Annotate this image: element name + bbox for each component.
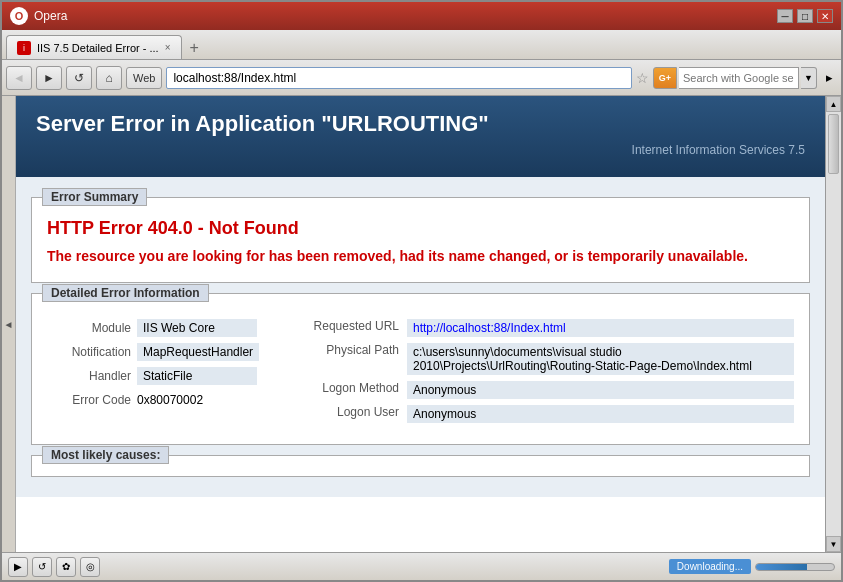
iis-header-title: Server Error in Application "URLROUTING" bbox=[36, 111, 805, 137]
play-button[interactable]: ▶ bbox=[8, 557, 28, 577]
error-title: HTTP Error 404.0 - Not Found bbox=[47, 218, 794, 239]
forward-button[interactable]: ► bbox=[36, 66, 62, 90]
scrollbar-up-button[interactable]: ▲ bbox=[826, 96, 841, 112]
minimize-button[interactable]: ─ bbox=[777, 9, 793, 23]
progress-bar bbox=[755, 563, 835, 571]
tab-icon: i bbox=[17, 41, 31, 55]
logon-user-value: Anonymous bbox=[407, 405, 794, 423]
bottom-bar: ▶ ↺ ✿ ◎ Downloading... bbox=[2, 552, 841, 580]
iis-header: Server Error in Application "URLROUTING"… bbox=[16, 96, 825, 177]
error-summary-box: Error Summary HTTP Error 404.0 - Not Fou… bbox=[31, 197, 810, 283]
back-button[interactable]: ◄ bbox=[6, 66, 32, 90]
causes-label: Most likely causes: bbox=[42, 446, 169, 464]
search-submit-button[interactable]: ▼ bbox=[801, 67, 817, 89]
logon-method-value: Anonymous bbox=[407, 381, 794, 399]
errorcode-value: 0x80070002 bbox=[137, 391, 203, 409]
logon-user-label: Logon User bbox=[307, 405, 407, 419]
detail-right-column: Requested URL http://localhost:88/Index.… bbox=[307, 319, 794, 429]
refresh-button[interactable]: ↺ bbox=[32, 557, 52, 577]
handler-row: Handler StaticFile bbox=[47, 367, 287, 385]
physical-path-value: c:\users\sunny\documents\visual studio 2… bbox=[407, 343, 794, 375]
browser-window: O Opera ─ □ ✕ i IIS 7.5 Detailed Error -… bbox=[0, 0, 843, 582]
logon-method-row: Logon Method Anonymous bbox=[307, 381, 794, 399]
handler-label: Handler bbox=[47, 369, 137, 383]
logon-method-label: Logon Method bbox=[307, 381, 407, 395]
scrollbar-down-button[interactable]: ▼ bbox=[826, 536, 841, 552]
module-label: Module bbox=[47, 321, 137, 335]
google-icon: G+ bbox=[653, 67, 677, 89]
scrollbar-thumb[interactable] bbox=[828, 114, 839, 174]
notification-label: Notification bbox=[47, 345, 137, 359]
progress-fill bbox=[756, 564, 807, 570]
errorcode-row: Error Code 0x80070002 bbox=[47, 391, 287, 409]
error-summary-label: Error Summary bbox=[42, 188, 147, 206]
handler-value: StaticFile bbox=[137, 367, 257, 385]
close-button[interactable]: ✕ bbox=[817, 9, 833, 23]
address-input[interactable] bbox=[166, 67, 632, 89]
detail-left-column: Module IIS Web Core Notification MapRequ… bbox=[47, 319, 287, 429]
reload-button[interactable]: ↺ bbox=[66, 66, 92, 90]
tools-button[interactable]: ✿ bbox=[56, 557, 76, 577]
tab-bar: i IIS 7.5 Detailed Error - ... × + bbox=[2, 30, 841, 60]
iis-error-page: Server Error in Application "URLROUTING"… bbox=[16, 96, 825, 552]
collapse-tab[interactable]: ◄ bbox=[2, 96, 16, 552]
collapse-arrow-icon: ◄ bbox=[4, 319, 14, 330]
detailed-error-box: Detailed Error Information Module IIS We… bbox=[31, 293, 810, 445]
module-value: IIS Web Core bbox=[137, 319, 257, 337]
opera-logo: O bbox=[10, 7, 28, 25]
iis-header-subtitle: Internet Information Services 7.5 bbox=[36, 137, 805, 157]
download-bar: Downloading... bbox=[669, 559, 835, 574]
tab-close-button[interactable]: × bbox=[165, 42, 171, 53]
security-button[interactable]: ◎ bbox=[80, 557, 100, 577]
scroll-right-icon: ▸ bbox=[821, 67, 837, 89]
browser-title: Opera bbox=[34, 9, 67, 23]
detailed-label: Detailed Error Information bbox=[42, 284, 209, 302]
nav-bar: ◄ ► ↺ ⌂ Web ☆ G+ ▼ ▸ bbox=[2, 60, 841, 96]
causes-box: Most likely causes: bbox=[31, 455, 810, 477]
new-tab-button[interactable]: + bbox=[186, 39, 203, 57]
physical-path-label: Physical Path bbox=[307, 343, 407, 357]
page-area: ◄ Server Error in Application "URLROUTIN… bbox=[2, 96, 841, 552]
home-button[interactable]: ⌂ bbox=[96, 66, 122, 90]
page-content: Server Error in Application "URLROUTING"… bbox=[16, 96, 825, 552]
search-input[interactable] bbox=[679, 67, 799, 89]
iis-body: Error Summary HTTP Error 404.0 - Not Fou… bbox=[16, 177, 825, 497]
requested-url-row: Requested URL http://localhost:88/Index.… bbox=[307, 319, 794, 337]
download-label: Downloading... bbox=[669, 559, 751, 574]
web-badge: Web bbox=[126, 67, 162, 89]
address-bar-area: Web ☆ bbox=[126, 67, 649, 89]
active-tab[interactable]: i IIS 7.5 Detailed Error - ... × bbox=[6, 35, 182, 59]
notification-value: MapRequestHandler bbox=[137, 343, 259, 361]
physical-path-row: Physical Path c:\users\sunny\documents\v… bbox=[307, 343, 794, 375]
module-row: Module IIS Web Core bbox=[47, 319, 287, 337]
errorcode-label: Error Code bbox=[47, 393, 137, 407]
page-scrollbar: ▲ ▼ bbox=[825, 96, 841, 552]
maximize-button[interactable]: □ bbox=[797, 9, 813, 23]
requested-url-value[interactable]: http://localhost:88/Index.html bbox=[407, 319, 794, 337]
notification-row: Notification MapRequestHandler bbox=[47, 343, 287, 361]
title-bar: O Opera ─ □ ✕ bbox=[2, 2, 841, 30]
search-bar: G+ ▼ bbox=[653, 67, 817, 89]
requested-url-label: Requested URL bbox=[307, 319, 407, 333]
error-description: The resource you are looking for has bee… bbox=[47, 247, 794, 267]
status-buttons: ▶ ↺ ✿ ◎ bbox=[8, 557, 100, 577]
logon-user-row: Logon User Anonymous bbox=[307, 405, 794, 423]
bookmark-icon[interactable]: ☆ bbox=[636, 70, 649, 86]
tab-label: IIS 7.5 Detailed Error - ... bbox=[37, 42, 159, 54]
